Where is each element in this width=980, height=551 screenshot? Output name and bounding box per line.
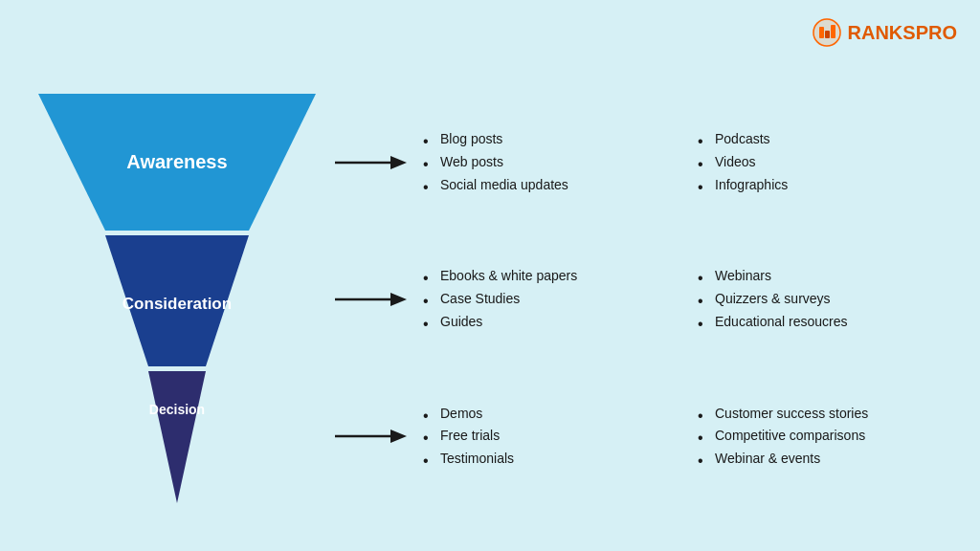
logo-text: RANKSPRO bbox=[848, 22, 957, 44]
svg-rect-1 bbox=[819, 27, 824, 38]
logo-icon bbox=[812, 17, 842, 48]
svg-rect-2 bbox=[825, 31, 830, 38]
awareness-item-4: Podcasts bbox=[698, 128, 949, 151]
logo: RANKSPRO bbox=[812, 17, 957, 48]
svg-marker-10 bbox=[390, 430, 407, 443]
logo-pro: PRO bbox=[916, 22, 957, 43]
awareness-bullets-2: Podcasts Videos Infographics bbox=[686, 121, 961, 204]
consideration-item-5: Quizzers & surveys bbox=[698, 288, 949, 311]
svg-marker-6 bbox=[390, 156, 407, 169]
decision-arrow-area bbox=[335, 422, 412, 451]
awareness-label: Awareness bbox=[126, 151, 227, 172]
funnel-diagram: Awareness Consideration Decision bbox=[29, 94, 325, 505]
decision-shape bbox=[148, 371, 206, 503]
consideration-item-3: Guides bbox=[423, 311, 675, 334]
consideration-arrow bbox=[335, 285, 407, 314]
consideration-item-6: Educational resoucres bbox=[698, 311, 949, 334]
awareness-item-6: Infographics bbox=[698, 174, 949, 197]
awareness-bullets-1: Blog posts Web posts Social media update… bbox=[412, 121, 686, 204]
decision-item-5: Competitive comparisons bbox=[698, 425, 949, 448]
svg-rect-3 bbox=[831, 25, 835, 38]
consideration-content-row: Ebooks & white papers Case Studies Guide… bbox=[335, 231, 961, 367]
consideration-arrow-area bbox=[335, 285, 412, 314]
main-content: Awareness Consideration Decision Blog po… bbox=[29, 67, 961, 532]
consideration-bullets-2: Webinars Quizzers & surveys Educational … bbox=[686, 257, 961, 341]
decision-item-4: Customer success stories bbox=[698, 403, 949, 426]
svg-marker-8 bbox=[390, 293, 407, 306]
funnel-svg: Awareness Consideration Decision bbox=[29, 94, 325, 505]
awareness-arrow bbox=[335, 148, 407, 177]
consideration-bullets-1: Ebooks & white papers Case Studies Guide… bbox=[412, 257, 686, 341]
decision-label: Decision bbox=[149, 402, 205, 417]
decision-bullets-1: Demos Free trials Testimonials bbox=[412, 395, 686, 478]
decision-content-row: Demos Free trials Testimonials Customer … bbox=[335, 368, 961, 505]
consideration-label: Consideration bbox=[122, 295, 232, 313]
decision-arrow bbox=[335, 422, 407, 451]
decision-item-3: Testimonials bbox=[423, 448, 675, 471]
awareness-content-row: Blog posts Web posts Social media update… bbox=[335, 94, 961, 231]
content-area: Blog posts Web posts Social media update… bbox=[325, 94, 961, 505]
awareness-item-3: Social media updates bbox=[423, 174, 675, 197]
awareness-arrow-area bbox=[335, 148, 412, 177]
awareness-item-5: Videos bbox=[698, 151, 949, 174]
decision-item-1: Demos bbox=[423, 403, 675, 426]
decision-item-2: Free trials bbox=[423, 425, 675, 448]
consideration-item-2: Case Studies bbox=[423, 288, 675, 311]
consideration-item-4: Webinars bbox=[698, 265, 949, 288]
awareness-item-2: Web posts bbox=[423, 151, 675, 174]
awareness-item-1: Blog posts bbox=[423, 128, 675, 151]
decision-item-6: Webinar & events bbox=[698, 448, 949, 471]
decision-bullets-2: Customer success stories Competitive com… bbox=[686, 395, 961, 478]
consideration-item-1: Ebooks & white papers bbox=[423, 265, 675, 288]
logo-ranks: RANKS bbox=[848, 22, 916, 43]
